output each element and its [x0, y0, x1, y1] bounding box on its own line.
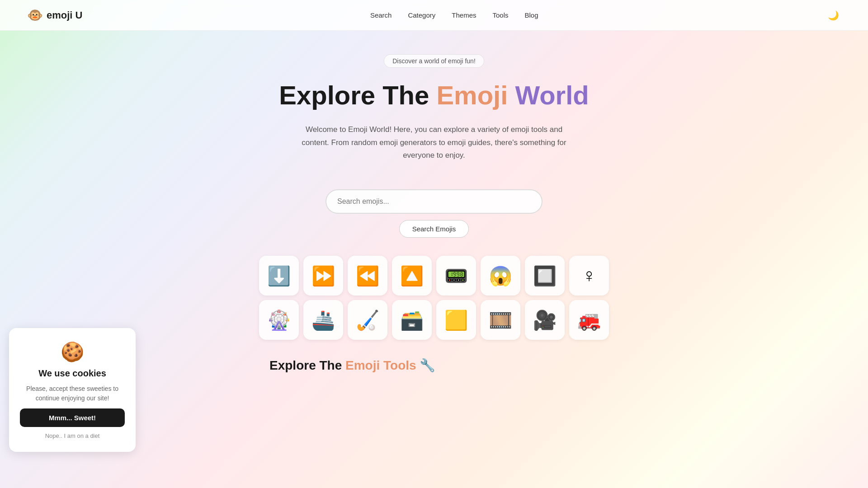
explore-tools-title: Explore The Emoji Tools 🔧 [269, 358, 435, 373]
hero-subtitle: Welcome to Emoji World! Here, you can ex… [298, 123, 570, 163]
hero-title-emoji: Emoji [436, 80, 508, 110]
emoji-card[interactable]: ⬇️ [259, 256, 299, 296]
hero-title-start: Explore The [279, 80, 436, 110]
logo-text: emoji U [47, 9, 82, 21]
emoji-card[interactable]: 🚢 [303, 300, 343, 340]
emoji-card[interactable]: 🗃️ [392, 300, 432, 340]
nav-search[interactable]: Search [370, 11, 392, 19]
nav-links: Search Category Themes Tools Blog [370, 11, 538, 19]
emoji-card[interactable]: 🚒 [569, 300, 609, 340]
emoji-card[interactable]: 📟 [436, 256, 476, 296]
emoji-card[interactable]: 🔼 [392, 256, 432, 296]
cookie-text: Please, accept these sweeties to continu… [20, 384, 125, 403]
emoji-card[interactable]: 🟨 [436, 300, 476, 340]
search-input[interactable] [326, 189, 542, 214]
emoji-card[interactable]: 🏑 [348, 300, 387, 340]
cookie-icon: 🍪 [61, 341, 84, 363]
explore-title-start: Explore The [269, 358, 345, 372]
emoji-card[interactable]: ⏩ [303, 256, 343, 296]
emoji-card[interactable]: 🎞️ [481, 300, 520, 340]
cookie-banner: 🍪 We use cookies Please, accept these sw… [9, 328, 136, 452]
nav-right: 🌙 [826, 8, 841, 23]
hero-badge: Discover a world of emoji fun! [384, 54, 484, 68]
hero-title: Explore The Emoji World [279, 80, 589, 111]
emoji-card[interactable]: 🎥 [525, 300, 565, 340]
hero-title-world: World [508, 80, 589, 110]
emoji-card[interactable]: 🔲 [525, 256, 565, 296]
search-container: Search Emojis [326, 189, 542, 238]
emoji-card[interactable]: ⏪ [348, 256, 387, 296]
nav-themes[interactable]: Themes [452, 11, 476, 19]
theme-toggle-button[interactable]: 🌙 [826, 8, 841, 23]
emoji-grid: ⬇️ ⏩ ⏪ 🔼 📟 😱 🔲 ♀️ 🎡 🚢 🏑 🗃️ 🟨 🎞️ 🎥 🚒 [259, 256, 609, 340]
navbar: 🐵 emoji U Search Category Themes Tools B… [0, 0, 868, 31]
logo-link[interactable]: 🐵 emoji U [27, 8, 82, 23]
logo-emoji: 🐵 [27, 8, 43, 23]
nav-category[interactable]: Category [408, 11, 435, 19]
nav-blog[interactable]: Blog [525, 11, 538, 19]
emoji-card[interactable]: 😱 [481, 256, 520, 296]
emoji-card[interactable]: 🎡 [259, 300, 299, 340]
explore-title-tools: Emoji Tools [345, 358, 416, 372]
cookie-decline-button[interactable]: Nope.. I am on a diet [45, 432, 100, 439]
explore-title-icon: 🔧 [420, 358, 435, 372]
nav-tools[interactable]: Tools [493, 11, 509, 19]
cookie-accept-button[interactable]: Mmm... Sweet! [20, 408, 125, 427]
emoji-card[interactable]: ♀️ [569, 256, 609, 296]
cookie-title: We use cookies [38, 368, 106, 379]
search-emojis-button[interactable]: Search Emojis [399, 220, 469, 238]
